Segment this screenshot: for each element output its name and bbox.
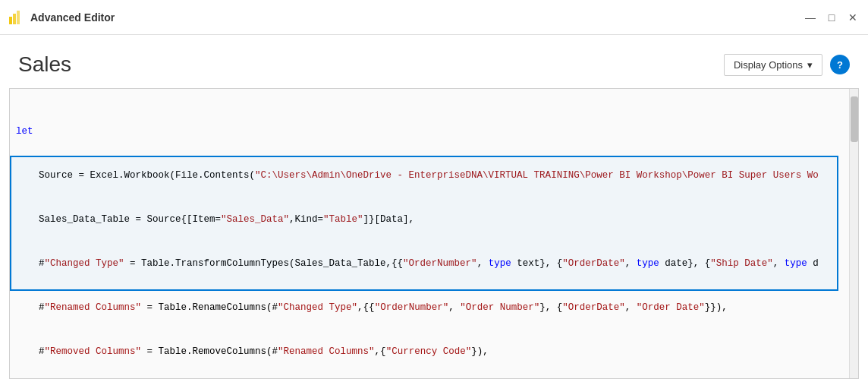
window-controls: — □ ✕ <box>804 11 859 24</box>
vertical-scrollbar[interactable] <box>849 89 858 378</box>
editor-content-area[interactable]: let Source = Excel.Workbook(File.Content… <box>10 89 849 378</box>
code-line-5: #"Renamed Columns" = Table.RenameColumns… <box>16 301 849 315</box>
window-title: Advanced Editor <box>30 11 804 24</box>
help-button[interactable]: ? <box>830 55 850 74</box>
code-line-2: Source = Excel.Workbook(File.Contents("C… <box>16 169 849 183</box>
powerbi-logo <box>9 11 23 24</box>
code-line-6: #"Removed Columns" = Table.RemoveColumns… <box>16 345 849 359</box>
header-area: Sales Display Options ▾ ? <box>0 35 868 88</box>
code-editor[interactable]: let Source = Excel.Workbook(File.Content… <box>9 88 859 379</box>
display-options-label: Display Options <box>734 59 803 71</box>
header-right: Display Options ▾ ? <box>724 54 850 76</box>
svg-rect-0 <box>9 17 12 24</box>
help-icon: ? <box>837 59 843 71</box>
close-button[interactable]: ✕ <box>847 11 859 24</box>
code-block: let Source = Excel.Workbook(File.Content… <box>16 95 849 378</box>
minimize-button[interactable]: — <box>804 11 816 24</box>
svg-rect-1 <box>13 14 16 24</box>
svg-rect-2 <box>17 11 20 24</box>
code-line-4: #"Changed Type" = Table.TransformColumnT… <box>16 257 849 271</box>
scrollbar-thumb[interactable] <box>851 96 858 142</box>
maximize-button[interactable]: □ <box>826 11 838 24</box>
display-options-button[interactable]: Display Options ▾ <box>724 54 822 76</box>
page-title: Sales <box>18 52 71 77</box>
code-line-1: let <box>16 125 849 139</box>
title-bar: Advanced Editor — □ ✕ <box>0 0 868 35</box>
code-line-3: Sales_Data_Table = Source{[Item="Sales_D… <box>16 213 849 227</box>
chevron-down-icon: ▾ <box>807 59 813 71</box>
